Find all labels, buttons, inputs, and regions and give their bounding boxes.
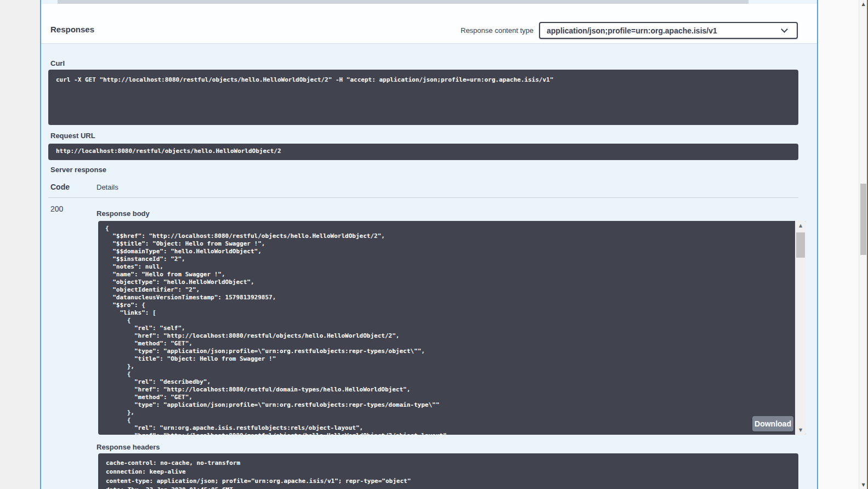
response-body-line: { [105,417,792,424]
response-body-line: "method": "GET", [105,394,792,401]
response-body-scrollbar[interactable]: ▲ ▼ [795,221,806,435]
response-content-type-select[interactable]: application/json;profile=urn:org.apache.… [539,22,798,39]
response-body-line: "title": "Object: Hello from Swagger !" [105,355,792,363]
response-body-line: "datanucleusVersionTimestamp": 157981392… [105,294,792,302]
response-body-line: "method": "GET", [105,340,792,348]
response-body-line: "type": "application/json;profile=\"urn:… [105,401,792,409]
response-body-block: { "$$href": "http://localhost:8080/restf… [98,221,806,435]
response-header-line: date: Thu, 23 Jan 2020 01:45:05 GMT [106,486,791,489]
response-body-line: "$$domainType": "hello.HelloWorldObject"… [105,248,792,255]
curl-label: Curl [50,59,65,67]
download-button[interactable]: Download [752,416,793,431]
response-body-line: "notes": null, [105,263,792,271]
page-scrollbar-thumb[interactable] [860,184,866,255]
response-body-line: "links": [ [105,309,792,317]
response-body-line: "$$ro": { [105,302,792,309]
details-column-header: Details [97,183,118,191]
response-header-line: connection: keep-alive [106,468,791,476]
response-headers-code: cache-control: no-cache, no-transformcon… [106,459,791,489]
page-scroll-down-icon[interactable]: ▼ [859,481,867,489]
response-body-line: { [105,371,792,378]
server-response-label: Server response [50,166,106,174]
table-divider [48,197,798,198]
response-body-line: "type": "application/json;profile=\"urn:… [105,348,792,355]
response-body-code: { "$$href": "http://localhost:8080/restf… [105,225,792,435]
response-body-line: "rel": "describedby", [105,378,792,386]
response-body-scrollbar-thumb[interactable] [796,232,805,258]
response-body-line: "objectIdentifier": "2", [105,286,792,294]
swagger-ui-page: Responses Response content type applicat… [0,0,868,489]
response-body-label: Response body [97,209,150,218]
response-body-line: { [105,317,792,325]
status-code: 200 [50,204,63,213]
response-body-line: }, [105,409,792,417]
page-scrollbar[interactable]: ▲ ▼ [859,0,867,489]
request-url-block: http://localhost:8080/restful/objects/he… [48,144,798,160]
response-body-line: { [105,225,792,232]
response-body-line: "objectType": "hello.HelloWorldObject", [105,278,792,286]
request-url-label: Request URL [50,132,95,140]
code-column-header: Code [50,183,70,191]
response-headers-label: Response headers [97,443,160,451]
response-body-line: "$$href": "http://localhost:8080/restful… [105,232,792,240]
response-content-type-label: Response content type [461,26,534,35]
chevron-down-icon [781,26,788,33]
scroll-up-icon[interactable]: ▲ [795,221,806,230]
response-header-line: content-type: application/json; profile=… [106,477,791,486]
response-body-line: "$$instanceId": "2", [105,255,792,263]
response-content-type-value: application/json;profile=urn:org.apache.… [540,26,782,35]
response-body-line: "$$title": "Object: Hello from Swagger !… [105,240,792,248]
page-scroll-up-icon[interactable]: ▲ [859,0,867,8]
response-body-line: "rel": "urn:org.apache.isis.restfulobjec… [105,424,792,432]
response-body-line: "href": "http://localhost:8080/restful/d… [105,386,792,394]
response-body-line: }, [105,363,792,371]
response-headers-block: cache-control: no-cache, no-transformcon… [98,453,798,489]
response-body-line: "href": "http://localhost:8080/restful/o… [105,432,792,435]
page-left-gutter [0,0,40,489]
response-body-line: "href": "http://localhost:8080/restful/o… [105,332,792,340]
response-body-line: "name": "Hello from Swagger !", [105,271,792,278]
curl-command-text: curl -X GET "http://localhost:8080/restf… [56,76,791,84]
curl-command-block: curl -X GET "http://localhost:8080/restf… [48,70,798,125]
request-url-text: http://localhost:8080/restful/objects/he… [56,147,791,155]
scroll-down-icon[interactable]: ▼ [795,425,806,435]
response-header-line: cache-control: no-cache, no-transform [106,459,791,468]
response-body-line: "rel": "self", [105,325,792,332]
responses-title: Responses [50,25,94,34]
previous-section-edge [58,0,748,4]
